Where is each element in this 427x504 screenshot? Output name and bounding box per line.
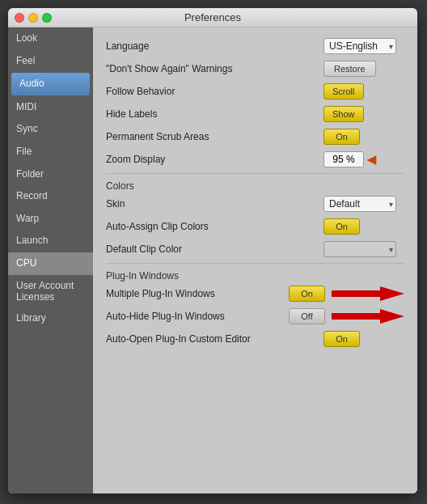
- language-control: US-English: [323, 38, 404, 54]
- auto-open-plugin-label: Auto-Open Plug-In Custom Editor: [106, 333, 323, 345]
- permanent-scrub-label: Permanent Scrub Areas: [106, 131, 323, 142]
- default-clip-color-control: [323, 241, 404, 257]
- multiple-plugin-row: Multiple Plug-In Windows On: [106, 285, 404, 303]
- language-dropdown[interactable]: US-English: [323, 38, 396, 54]
- auto-hide-plugin-label: Auto-Hide Plug-In Windows: [106, 311, 289, 322]
- content-area: Look Feel Audio MIDI Sync File Folder Re…: [8, 28, 417, 493]
- zoom-display-control: ◀: [323, 151, 404, 167]
- auto-assign-control: On: [323, 218, 404, 235]
- divider-2: [106, 263, 404, 264]
- skin-dropdown[interactable]: Default: [323, 196, 396, 212]
- sidebar-item-launch[interactable]: Launch: [8, 230, 93, 252]
- title-bar: Preferences: [8, 8, 417, 28]
- sidebar-item-folder[interactable]: Folder: [8, 163, 93, 186]
- sidebar-item-warp[interactable]: Warp: [8, 208, 93, 231]
- hide-labels-label: Hide Labels: [106, 108, 323, 120]
- auto-assign-label: Auto-Assign Clip Colors: [106, 221, 323, 232]
- sidebar-item-look[interactable]: Look: [8, 28, 93, 50]
- dont-show-control: Restore: [323, 61, 404, 77]
- zoom-arrow-icon: ◀: [367, 153, 376, 166]
- auto-open-plugin-button[interactable]: On: [323, 331, 360, 347]
- default-clip-dropdown[interactable]: [323, 241, 396, 257]
- traffic-lights: [15, 13, 52, 23]
- follow-behavior-button[interactable]: Scroll: [323, 83, 364, 100]
- auto-hide-plugin-row: Auto-Hide Plug-In Windows Off: [106, 307, 404, 325]
- sidebar-item-user-account[interactable]: User Account Licenses: [8, 275, 93, 308]
- permanent-scrub-row: Permanent Scrub Areas On: [106, 128, 404, 146]
- main-panel: Language US-English "Don't Show Again" W…: [93, 28, 417, 493]
- sidebar-item-library[interactable]: Library: [8, 307, 93, 330]
- minimize-button[interactable]: [28, 13, 38, 23]
- sidebar-item-audio[interactable]: Audio: [11, 73, 90, 95]
- follow-behavior-row: Follow Behavior Scroll: [106, 83, 404, 100]
- sidebar-item-sync[interactable]: Sync: [8, 118, 93, 141]
- preferences-window: Preferences Look Feel Audio MIDI Sync Fi…: [8, 8, 417, 493]
- language-label: Language: [106, 40, 323, 52]
- svg-marker-1: [332, 309, 404, 324]
- language-row: Language US-English: [106, 37, 404, 55]
- sidebar-item-file[interactable]: File: [8, 141, 93, 163]
- zoom-display-row: Zoom Display ◀: [106, 150, 404, 168]
- window-title: Preferences: [184, 11, 241, 23]
- restore-button[interactable]: Restore: [323, 61, 376, 77]
- auto-open-plugin-control: On: [323, 331, 404, 347]
- permanent-scrub-control: On: [323, 129, 404, 145]
- sidebar-item-midi[interactable]: MIDI: [8, 96, 93, 119]
- follow-behavior-control: Scroll: [323, 83, 404, 100]
- default-clip-color-row: Default Clip Color: [106, 240, 404, 258]
- svg-marker-0: [332, 286, 404, 301]
- zoom-display-group: ◀: [323, 151, 376, 167]
- default-clip-color-label: Default Clip Color: [106, 244, 323, 255]
- auto-open-plugin-row: Auto-Open Plug-In Custom Editor On: [106, 330, 404, 348]
- language-dropdown-wrapper: US-English: [323, 38, 396, 54]
- multiple-plugin-label: Multiple Plug-In Windows: [106, 288, 289, 299]
- hide-labels-control: Show: [323, 106, 404, 122]
- default-clip-dropdown-wrapper: [323, 241, 396, 257]
- close-button[interactable]: [15, 13, 24, 23]
- colors-section-header: Colors: [106, 180, 404, 192]
- auto-hide-plugin-control: Off: [289, 307, 404, 325]
- sidebar-item-cpu[interactable]: CPU: [8, 252, 93, 275]
- multiple-plugin-button[interactable]: On: [289, 286, 325, 302]
- dont-show-row: "Don't Show Again" Warnings Restore: [106, 60, 404, 78]
- zoom-input[interactable]: [323, 151, 364, 167]
- zoom-display-label: Zoom Display: [106, 154, 323, 165]
- plugin-windows-section-header: Plug-In Windows: [106, 270, 404, 282]
- skin-label: Skin: [106, 198, 323, 210]
- divider-1: [106, 173, 404, 174]
- hide-labels-row: Hide Labels Show: [106, 105, 404, 123]
- auto-assign-button[interactable]: On: [323, 218, 360, 235]
- multiple-plugin-control: On: [289, 285, 404, 303]
- sidebar: Look Feel Audio MIDI Sync File Folder Re…: [8, 28, 93, 493]
- follow-behavior-label: Follow Behavior: [106, 86, 323, 97]
- auto-assign-row: Auto-Assign Clip Colors On: [106, 218, 404, 235]
- red-arrow-auto-hide: [332, 307, 404, 325]
- sidebar-item-record[interactable]: Record: [8, 185, 93, 208]
- sidebar-item-feel[interactable]: Feel: [8, 50, 93, 73]
- skin-row: Skin Default: [106, 195, 404, 213]
- dont-show-label: "Don't Show Again" Warnings: [106, 63, 323, 74]
- skin-control: Default: [323, 196, 404, 212]
- red-arrow-multiple: [332, 285, 404, 303]
- maximize-button[interactable]: [42, 13, 52, 23]
- skin-dropdown-wrapper: Default: [323, 196, 396, 212]
- hide-labels-button[interactable]: Show: [323, 106, 364, 122]
- permanent-scrub-button[interactable]: On: [323, 129, 360, 145]
- auto-hide-plugin-button[interactable]: Off: [289, 308, 325, 324]
